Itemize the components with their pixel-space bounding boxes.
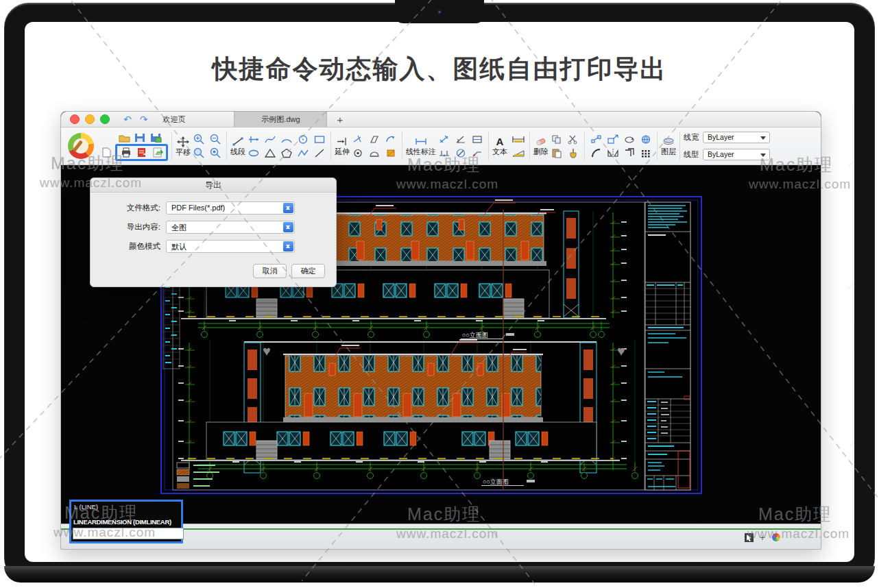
segment-tool[interactable] [311, 147, 327, 160]
export-image-button[interactable] [149, 146, 165, 159]
separator [679, 132, 680, 160]
zoom-out-button[interactable] [207, 133, 223, 146]
extend-tool[interactable]: 延伸 [335, 136, 350, 156]
crosshair-icon[interactable]: + [758, 532, 767, 542]
separator [529, 132, 530, 160]
scale-tool[interactable] [605, 133, 621, 146]
dim-style-button[interactable] [510, 133, 526, 146]
scissors-icon [567, 134, 579, 145]
minimize-button[interactable] [85, 114, 95, 124]
donut-tool[interactable] [350, 147, 365, 160]
leader-tool[interactable] [469, 147, 485, 160]
pointer-mode-icon[interactable] [744, 532, 754, 542]
polyline-tool[interactable] [295, 147, 311, 160]
tab-welcome[interactable]: 欢迎页 [156, 112, 234, 127]
layer-button[interactable]: 图层 [661, 136, 676, 156]
pan-tool[interactable]: 平移 [176, 136, 191, 156]
color-mode-select[interactable]: 默认 [166, 240, 295, 253]
orbit-tool[interactable] [638, 133, 653, 146]
ellipse-tool[interactable] [245, 147, 261, 160]
pdf-export-icon [136, 147, 148, 158]
save-button[interactable] [132, 131, 147, 144]
text-tool[interactable]: A 文本 [492, 137, 507, 156]
zoom-extents-button[interactable] [207, 147, 223, 160]
circle-tool[interactable] [295, 133, 311, 146]
zoom-button[interactable] [100, 114, 110, 124]
arc-tool[interactable] [278, 133, 294, 146]
offset-tool[interactable] [621, 147, 637, 160]
tab-drawing[interactable]: 示例图.dwg [234, 112, 327, 127]
join-tool[interactable] [383, 133, 398, 146]
baseline-dim-tool[interactable] [469, 133, 485, 146]
mleader-style-button[interactable] [510, 147, 526, 160]
color-wheel-icon[interactable] [771, 532, 781, 542]
revcloud-tool[interactable] [366, 147, 382, 160]
command-suggestion[interactable]: L (LINE) [71, 502, 181, 511]
polygon-tool[interactable] [278, 147, 294, 160]
delete-label: 删除 [533, 148, 549, 156]
aligned-dim-icon [438, 134, 450, 145]
ok-button[interactable]: 确定 [291, 264, 325, 278]
new-file-button[interactable] [98, 146, 114, 159]
baseline-dim-icon [471, 134, 483, 145]
trim-tool[interactable] [350, 133, 365, 146]
print-button[interactable] [118, 146, 134, 159]
copy-tool[interactable] [549, 133, 564, 146]
pan-icon [177, 136, 189, 147]
linear-dimension-tool[interactable]: 线性标注 [406, 136, 436, 156]
window-titlebar[interactable]: ↶ ↷ 欢迎页 示例图.dwg + [61, 112, 821, 127]
redo-button[interactable]: ↷ [140, 114, 148, 124]
zoom-window-icon [193, 147, 205, 158]
cancel-button[interactable]: 取消 [253, 264, 287, 278]
format-painter-tool[interactable] [565, 147, 581, 160]
line-label: 线段 [230, 148, 245, 156]
aligned-dim-tool[interactable] [436, 133, 452, 146]
export-content-select[interactable]: 全图 [166, 221, 295, 234]
brush-icon [567, 148, 579, 158]
rectangle-tool[interactable] [311, 133, 327, 146]
hatch-tool[interactable] [383, 147, 398, 160]
close-button[interactable] [70, 114, 80, 124]
move-tool[interactable] [588, 133, 604, 146]
array-tool[interactable] [638, 147, 653, 160]
angular-dim-tool[interactable] [453, 133, 468, 146]
zoom-window-button[interactable] [191, 147, 206, 160]
export-content-label: 导出内容: [91, 222, 160, 232]
zoom-in-button[interactable] [191, 133, 206, 146]
rotate-tool[interactable] [621, 133, 637, 146]
export-dialog: 导出 文件格式: PDF Files(*.pdf) 导出内容: 全图 [90, 177, 337, 287]
line-tool[interactable]: 线段 [230, 136, 245, 156]
array-icon [640, 148, 652, 158]
export-pdf-button[interactable] [134, 146, 149, 159]
undo-button[interactable]: ↶ [123, 114, 132, 124]
command-input[interactable] [73, 528, 184, 539]
save-as-button[interactable] [147, 131, 163, 144]
spline-icon [264, 134, 276, 145]
mirror-tool[interactable] [605, 147, 621, 160]
heart-right: ♥ [617, 343, 625, 358]
cut-tool[interactable] [565, 133, 581, 146]
file-format-select[interactable]: PDF Files(*.pdf) [166, 201, 295, 215]
page: 快捷命令动态输入、图纸自由打印导出 8-3 23/64 [0, 0, 879, 588]
break-icon [368, 134, 381, 145]
printer-icon [120, 147, 132, 158]
lineweight-select[interactable]: ByLayer [703, 132, 770, 143]
delete-tool[interactable]: 删除 [533, 136, 549, 156]
export-dialog-title[interactable]: 导出 [91, 178, 336, 193]
polygon-triangle-tool[interactable] [262, 147, 278, 160]
break-tool[interactable] [366, 133, 382, 146]
spline-tool[interactable] [262, 133, 278, 146]
linetype-select[interactable]: ByLayer [703, 149, 770, 160]
diameter-dim-tool[interactable] [453, 147, 468, 160]
new-tab-button[interactable]: + [337, 112, 343, 127]
fillet-tool[interactable] [588, 147, 604, 160]
paste-tool[interactable] [549, 147, 564, 160]
continue-dim-tool[interactable] [436, 147, 452, 160]
xline-tool[interactable] [245, 133, 261, 146]
triangle-icon [264, 148, 276, 158]
offset-icon [623, 148, 636, 158]
open-file-button[interactable] [116, 131, 132, 144]
command-highlighted[interactable]: LINEARDIMENSION (DIMLINEAR) [71, 511, 181, 526]
dim-style-icon [511, 134, 525, 145]
page-title: 快捷命令动态输入、图纸自由打印导出 [25, 52, 854, 86]
